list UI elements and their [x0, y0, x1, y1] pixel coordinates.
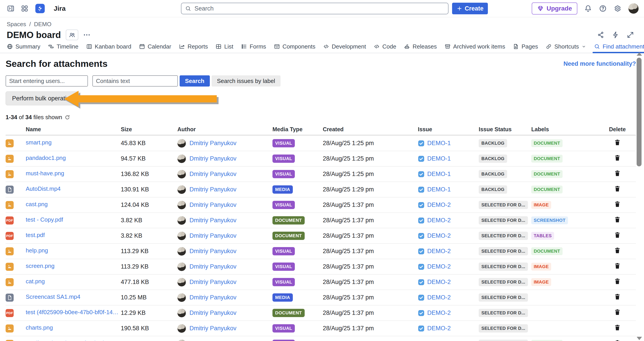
delete-trash-icon[interactable]	[614, 231, 621, 239]
issue-link[interactable]: DEMO-2	[427, 294, 451, 301]
delete-trash-icon[interactable]	[614, 247, 621, 254]
scrollbar-thumb[interactable]	[636, 58, 642, 166]
tab-timeline[interactable]: Timeline	[48, 40, 78, 53]
author-link[interactable]: Dmitriy Panyukov	[190, 232, 236, 239]
delete-trash-icon[interactable]	[614, 278, 621, 285]
tab-reports[interactable]: Reports	[179, 40, 208, 53]
settings-gear-icon[interactable]	[614, 4, 622, 12]
tab-list[interactable]: List	[216, 40, 233, 53]
file-name-link[interactable]: help.png	[26, 247, 48, 254]
tab-archived-work-items[interactable]: Archived work items	[444, 40, 505, 53]
refresh-icon[interactable]	[64, 114, 70, 120]
help-icon[interactable]	[599, 4, 607, 12]
tab-code[interactable]: Code	[374, 40, 396, 53]
issue-link[interactable]: DEMO-1	[427, 155, 451, 162]
user-avatar[interactable]	[628, 3, 639, 14]
file-name-link[interactable]: cast.png	[26, 201, 48, 208]
file-name-link[interactable]: screen.png	[26, 263, 54, 270]
issue-link[interactable]: DEMO-2	[427, 279, 451, 286]
delete-trash-icon[interactable]	[614, 154, 621, 161]
issue-link[interactable]: DEMO-2	[427, 201, 451, 208]
author-link[interactable]: Dmitriy Panyukov	[190, 155, 236, 162]
jira-logo[interactable]	[35, 4, 45, 13]
file-name-link[interactable]: test - Copy.pdf	[26, 216, 63, 223]
delete-trash-icon[interactable]	[614, 185, 621, 192]
scrollbar-down-arrow[interactable]	[636, 337, 642, 340]
lightning-icon[interactable]	[612, 31, 620, 39]
global-search[interactable]	[181, 3, 448, 14]
issue-link[interactable]: DEMO-2	[427, 232, 451, 239]
issue-link[interactable]: DEMO-1	[427, 140, 451, 147]
create-button[interactable]: Create	[452, 3, 488, 14]
delete-trash-icon[interactable]	[614, 201, 621, 208]
tab-find-attachments[interactable]: Find attachments	[594, 40, 644, 53]
issue-link[interactable]: DEMO-2	[427, 310, 451, 317]
tab-pages[interactable]: Pages	[513, 40, 538, 53]
global-search-input[interactable]	[194, 5, 444, 12]
delete-trash-icon[interactable]	[614, 340, 621, 341]
author-link[interactable]: Dmitriy Panyukov	[190, 279, 236, 286]
author-link[interactable]: Dmitriy Panyukov	[190, 294, 236, 301]
fullscreen-icon[interactable]	[626, 31, 634, 39]
author-link[interactable]: Dmitriy Panyukov	[190, 263, 236, 270]
search-button[interactable]: Search	[180, 75, 210, 86]
tab-releases[interactable]: Releases	[404, 40, 437, 53]
delete-trash-icon[interactable]	[614, 293, 621, 300]
tab-summary[interactable]: Summary	[7, 40, 40, 53]
upgrade-button[interactable]: Upgrade	[532, 2, 577, 14]
table-row: Screencast SA1.mp4 10.25 MB Dmitriy Pany…	[6, 290, 636, 306]
issue-link[interactable]: DEMO-1	[427, 171, 451, 178]
author-link[interactable]: Dmitriy Panyukov	[190, 171, 236, 178]
issue-link[interactable]: DEMO-2	[427, 248, 451, 255]
author-link[interactable]: Dmitriy Panyukov	[190, 217, 236, 224]
file-name-link[interactable]: smart.png	[26, 139, 52, 146]
author-link[interactable]: Dmitriy Panyukov	[190, 325, 236, 332]
board-more-options-icon[interactable]	[83, 31, 91, 39]
file-name-link[interactable]: AutoDist.mp4	[26, 185, 60, 192]
delete-trash-icon[interactable]	[614, 139, 621, 146]
delete-trash-icon[interactable]	[614, 170, 621, 177]
tab-calendar[interactable]: Calendar	[139, 40, 171, 53]
tab-kanban-board[interactable]: Kanban board	[86, 40, 131, 53]
tab-shortcuts[interactable]: Shortcuts	[546, 40, 586, 53]
file-name-link[interactable]: pandadoc1.png	[26, 155, 66, 161]
calendar-icon	[139, 43, 145, 50]
video-file-icon	[6, 294, 14, 302]
file-name-link[interactable]: test (4f025909-b0ee-47b0-bf0f-147c8afd..…	[26, 309, 118, 316]
tab-forms[interactable]: Forms	[241, 40, 266, 53]
tab-components[interactable]: Components	[274, 40, 316, 53]
need-more-functionality-link[interactable]: Need more functionality?	[564, 60, 636, 67]
issue-link[interactable]: DEMO-2	[427, 325, 451, 332]
issue-status-badge: SELECTED FOR D...	[479, 278, 528, 286]
delete-trash-icon[interactable]	[614, 324, 621, 331]
author-link[interactable]: Dmitriy Panyukov	[190, 201, 236, 208]
file-name-link[interactable]: cat.png	[26, 278, 45, 285]
author-link[interactable]: Dmitriy Panyukov	[190, 248, 236, 255]
notifications-bell-icon[interactable]	[584, 4, 592, 12]
delete-trash-icon[interactable]	[614, 216, 621, 223]
app-switcher-icon[interactable]	[20, 4, 29, 12]
issue-link[interactable]: DEMO-1	[427, 186, 451, 193]
breadcrumb-spaces-link[interactable]: Spaces	[7, 21, 26, 28]
scrollbar-up-arrow[interactable]	[636, 52, 642, 56]
file-name-link[interactable]: test.pdf	[26, 232, 45, 239]
file-name-link[interactable]: charts.png	[26, 324, 53, 331]
file-name-link[interactable]: cat (f065eb66-de63-4cf2-9b5d-843f1b9e...	[26, 340, 118, 341]
author-link[interactable]: Dmitriy Panyukov	[190, 186, 236, 193]
tab-development[interactable]: Development	[323, 40, 366, 53]
issue-link[interactable]: DEMO-2	[427, 217, 451, 224]
delete-trash-icon[interactable]	[614, 262, 621, 270]
contains-text-input[interactable]	[92, 75, 178, 86]
file-name-link[interactable]: Screencast SA1.mp4	[26, 293, 80, 300]
issue-link[interactable]: DEMO-2	[427, 263, 451, 270]
author-link[interactable]: Dmitriy Panyukov	[190, 140, 236, 147]
share-icon[interactable]	[597, 31, 605, 39]
delete-trash-icon[interactable]	[614, 309, 621, 316]
search-issues-by-label-button[interactable]: Search issues by label	[212, 75, 280, 86]
board-people-icon[interactable]	[66, 29, 78, 40]
sidebar-toggle-icon[interactable]	[7, 4, 15, 12]
breadcrumb-demo-link[interactable]: DEMO	[34, 21, 52, 28]
file-name-link[interactable]: must-have.png	[26, 170, 64, 177]
users-filter-input[interactable]	[6, 75, 88, 86]
author-link[interactable]: Dmitriy Panyukov	[190, 310, 236, 317]
